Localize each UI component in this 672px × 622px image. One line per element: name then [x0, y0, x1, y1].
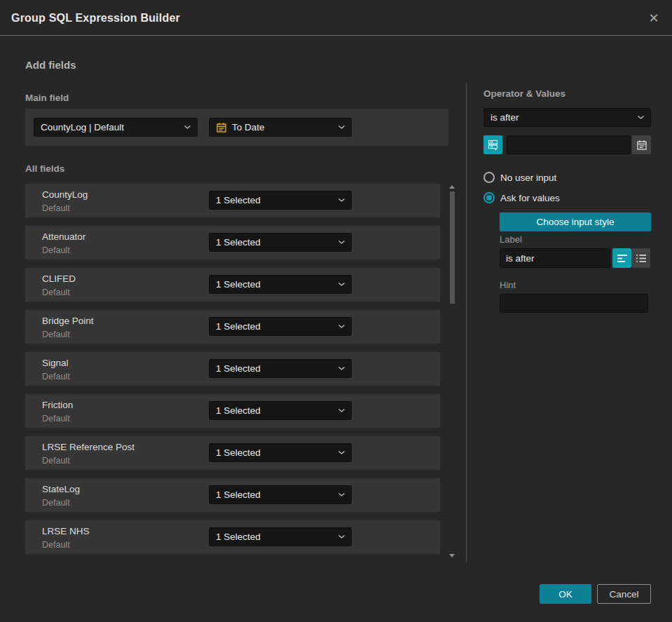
field-values-dropdown[interactable]: 1 Selected [209, 275, 352, 294]
field-name: StateLog [42, 484, 80, 494]
field-domain: Default [42, 245, 70, 255]
chevron-down-icon [338, 283, 345, 286]
field-domain: Default [42, 498, 70, 508]
chevron-down-icon [338, 367, 345, 370]
chevron-down-icon [338, 493, 345, 496]
main-field-label: Main field [25, 93, 69, 103]
close-icon[interactable]: ✕ [645, 9, 663, 27]
title-bar: Group SQL Expression Builder ✕ [0, 0, 672, 36]
calendar-picker-button[interactable] [632, 135, 651, 154]
field-name: Attenuator [42, 231, 85, 242]
main-field-dropdown-value: CountyLog | Default [41, 122, 124, 133]
operator-values-label: Operator & Values [484, 88, 565, 99]
field-domain: Default [42, 540, 70, 550]
hint-input[interactable] [500, 294, 648, 313]
calendar-icon [636, 140, 647, 151]
field-values-dropdown[interactable]: 1 Selected [209, 191, 352, 210]
bullet-list-icon [636, 254, 647, 263]
label-caption: Label [500, 234, 522, 245]
field-name: Friction [42, 400, 73, 410]
field-domain: Default [42, 330, 70, 339]
field-row: Signal Default 1 Selected [25, 352, 440, 386]
calendar-icon [216, 122, 227, 133]
date-type-dropdown-value: To Date [232, 122, 265, 133]
field-values-dropdown[interactable]: 1 Selected [209, 527, 352, 546]
field-values-dropdown[interactable]: 1 Selected [209, 485, 352, 504]
stacked-values-icon [487, 139, 499, 151]
list-style-button[interactable] [631, 248, 650, 268]
field-name: Bridge Point [42, 316, 94, 326]
field-values-dropdown[interactable]: 1 Selected [209, 359, 352, 378]
choose-input-style-button[interactable]: Choose input style [500, 212, 651, 231]
chevron-down-icon [338, 241, 345, 244]
field-name: Signal [42, 358, 69, 368]
field-name: CLIFED [42, 273, 76, 284]
field-row: LRSE NHS Default 1 Selected [25, 520, 440, 554]
field-domain: Default [42, 456, 70, 466]
field-values-dropdown-value: 1 Selected [216, 447, 261, 458]
chevron-down-icon [638, 116, 644, 119]
chevron-down-icon [338, 126, 345, 129]
ask-for-values-label[interactable]: Ask for values [500, 193, 560, 203]
field-values-dropdown-value: 1 Selected [216, 532, 261, 542]
field-name: LRSE NHS [42, 526, 90, 536]
field-values-dropdown-value: 1 Selected [216, 363, 261, 374]
chevron-down-icon [338, 198, 345, 202]
all-fields-list: CountyLog Default 1 Selected Attenuator … [25, 184, 440, 562]
field-domain: Default [42, 372, 70, 381]
field-row: Friction Default 1 Selected [25, 394, 440, 428]
field-values-dropdown-value: 1 Selected [216, 405, 261, 416]
ok-button[interactable]: OK [540, 584, 591, 604]
field-values-dropdown[interactable]: 1 Selected [209, 443, 352, 462]
field-domain: Default [42, 203, 70, 213]
field-values-dropdown-value: 1 Selected [216, 489, 261, 500]
chevron-down-icon [338, 451, 345, 454]
date-type-dropdown[interactable]: To Date [209, 118, 352, 137]
field-row: CLIFED Default 1 Selected [25, 268, 440, 302]
cancel-button[interactable]: Cancel [597, 584, 651, 604]
chevron-down-icon [338, 409, 345, 412]
field-values-dropdown[interactable]: 1 Selected [209, 317, 352, 336]
field-domain: Default [42, 414, 70, 424]
no-user-input-label[interactable]: No user input [500, 173, 556, 183]
field-values-dropdown[interactable]: 1 Selected [209, 401, 352, 420]
field-values-dropdown-value: 1 Selected [216, 237, 261, 248]
main-field-dropdown[interactable]: CountyLog | Default [34, 118, 198, 137]
single-value-style-button[interactable] [612, 248, 631, 268]
label-input[interactable] [500, 248, 610, 268]
align-left-icon [617, 254, 628, 263]
value-type-button[interactable] [484, 135, 502, 154]
all-fields-label: All fields [25, 163, 64, 174]
chevron-down-icon [338, 325, 345, 328]
field-domain: Default [42, 288, 70, 297]
date-value-input[interactable] [507, 135, 631, 154]
chevron-down-icon [338, 535, 345, 539]
add-fields-heading: Add fields [25, 59, 76, 71]
hint-caption: Hint [500, 280, 516, 290]
ask-for-values-radio[interactable] [484, 192, 495, 203]
field-name: LRSE Reference Post [42, 442, 135, 452]
group-sql-expression-builder-dialog: Group SQL Expression Builder ✕ Add field… [0, 0, 672, 622]
field-values-dropdown-value: 1 Selected [216, 279, 261, 290]
scrollbar-thumb[interactable] [450, 191, 455, 304]
field-row: Bridge Point Default 1 Selected [25, 310, 440, 344]
operator-dropdown[interactable]: is after [484, 108, 651, 127]
field-row: CountyLog Default 1 Selected [25, 184, 440, 217]
field-row: StateLog Default 1 Selected [25, 478, 440, 512]
panel-divider [466, 83, 467, 562]
field-name: CountyLog [42, 189, 88, 200]
no-user-input-radio[interactable] [484, 172, 495, 183]
scrollbar-down-arrow[interactable] [449, 554, 455, 557]
field-row: Attenuator Default 1 Selected [25, 226, 440, 259]
field-row: LRSE Reference Post Default 1 Selected [25, 436, 440, 470]
field-values-dropdown[interactable]: 1 Selected [209, 233, 352, 252]
operator-dropdown-value: is after [491, 112, 519, 123]
chevron-down-icon [184, 126, 191, 129]
field-values-dropdown-value: 1 Selected [216, 195, 261, 205]
field-values-dropdown-value: 1 Selected [216, 321, 261, 332]
scrollbar-up-arrow[interactable] [449, 185, 455, 189]
dialog-title: Group SQL Expression Builder [11, 0, 180, 36]
